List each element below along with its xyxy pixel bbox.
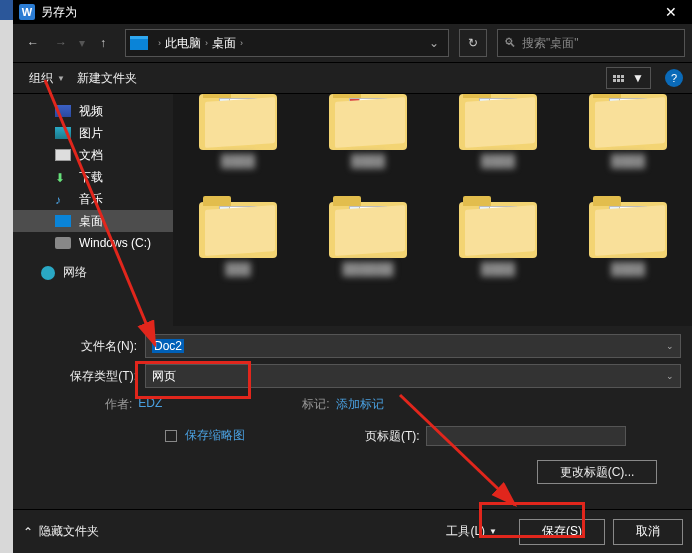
- folder-item[interactable]: ███: [183, 202, 293, 290]
- filetype-label: 保存类型(T):: [25, 368, 145, 385]
- address-bar[interactable]: › 此电脑 › 桌面 › ⌄: [125, 29, 449, 57]
- close-button[interactable]: ✕: [649, 0, 692, 24]
- network-icon: [41, 266, 55, 280]
- grid-view-icon: [613, 75, 624, 82]
- file-grid[interactable]: ████ ████ ████ ████ ███ ██████ ████ ████: [173, 94, 692, 326]
- search-icon: 🔍︎: [504, 36, 516, 50]
- sidebar: 视频 图片 文档 ⬇下载 ♪音乐 桌面 Windows (C:) 网络: [13, 94, 173, 326]
- search-placeholder: 搜索"桌面": [522, 35, 579, 52]
- chevron-right-icon: ›: [240, 38, 243, 48]
- help-button[interactable]: ?: [665, 69, 683, 87]
- save-as-dialog: W 另存为 ✕ ← → ▾ ↑ › 此电脑 › 桌面 › ⌄ ↻ 🔍︎ 搜索"桌…: [13, 0, 692, 553]
- chevron-right-icon: ›: [158, 38, 161, 48]
- page-title-input[interactable]: [426, 426, 626, 446]
- sidebar-item-downloads[interactable]: ⬇下载: [13, 166, 173, 188]
- video-icon: [55, 105, 71, 117]
- music-icon: ♪: [55, 193, 71, 205]
- dialog-title: 另存为: [41, 4, 77, 21]
- search-input[interactable]: 🔍︎ 搜索"桌面": [497, 29, 685, 57]
- chevron-down-icon: ▼: [489, 527, 497, 536]
- drive-icon: [55, 237, 71, 249]
- save-thumbnail-label: 保存缩略图: [185, 427, 245, 444]
- folder-item[interactable]: ████: [313, 94, 423, 182]
- downloads-icon: ⬇: [55, 171, 71, 183]
- sidebar-item-documents[interactable]: 文档: [13, 144, 173, 166]
- cancel-button[interactable]: 取消: [613, 519, 683, 545]
- chevron-up-icon: ⌃: [23, 525, 33, 539]
- hide-folders-button[interactable]: ⌃ 隐藏文件夹: [23, 523, 99, 540]
- chevron-down-icon[interactable]: ⌄: [666, 371, 674, 381]
- word-app-icon: W: [19, 4, 35, 20]
- filename-input[interactable]: Doc2 ⌄: [145, 334, 681, 358]
- desktop-icon: [55, 215, 71, 227]
- save-thumbnail-checkbox[interactable]: [165, 430, 177, 442]
- close-icon: ✕: [665, 4, 677, 20]
- folder-item[interactable]: ████: [443, 94, 553, 182]
- sidebar-item-desktop[interactable]: 桌面: [13, 210, 173, 232]
- sidebar-item-music[interactable]: ♪音乐: [13, 188, 173, 210]
- new-folder-button[interactable]: 新建文件夹: [71, 68, 143, 89]
- breadcrumb-seg-pc[interactable]: 此电脑: [165, 35, 201, 52]
- address-dropdown[interactable]: ⌄: [424, 36, 444, 50]
- nav-separator: ▾: [79, 36, 85, 50]
- refresh-icon: ↻: [468, 36, 478, 50]
- pc-icon: [130, 36, 148, 50]
- back-button[interactable]: ←: [21, 31, 45, 55]
- folder-item[interactable]: ████: [573, 202, 683, 290]
- save-button[interactable]: 保存(S): [519, 519, 605, 545]
- page-title-label: 页标题(T):: [365, 428, 420, 445]
- form-area: 文件名(N): Doc2 ⌄ 保存类型(T): 网页 ⌄ 作者: EDZ 标记:…: [13, 326, 692, 484]
- pictures-icon: [55, 127, 71, 139]
- folder-item[interactable]: ████: [183, 94, 293, 182]
- sidebar-item-network[interactable]: 网络: [13, 264, 173, 281]
- arrow-up-icon: ↑: [100, 36, 106, 50]
- filename-label: 文件名(N):: [25, 338, 145, 355]
- sidebar-item-video[interactable]: 视频: [13, 100, 173, 122]
- folder-item[interactable]: ████: [573, 94, 683, 182]
- folder-item[interactable]: ████: [443, 202, 553, 290]
- sidebar-item-pictures[interactable]: 图片: [13, 122, 173, 144]
- title-bar: W 另存为 ✕: [13, 0, 692, 24]
- change-title-button[interactable]: 更改标题(C)...: [537, 460, 657, 484]
- up-button[interactable]: ↑: [91, 31, 115, 55]
- view-options-button[interactable]: ▼: [606, 67, 651, 89]
- refresh-button[interactable]: ↻: [459, 29, 487, 57]
- chevron-down-icon: ▼: [632, 71, 644, 85]
- tags-field[interactable]: 标记: 添加标记: [302, 396, 383, 413]
- nav-bar: ← → ▾ ↑ › 此电脑 › 桌面 › ⌄ ↻ 🔍︎ 搜索"桌面": [13, 24, 692, 62]
- tools-button[interactable]: 工具(L) ▼: [446, 523, 497, 540]
- toolbar: 组织 ▼ 新建文件夹 ▼ ?: [13, 62, 692, 94]
- footer: ⌃ 隐藏文件夹 工具(L) ▼ 保存(S) 取消: [13, 509, 692, 553]
- filetype-select[interactable]: 网页 ⌄: [145, 364, 681, 388]
- sidebar-item-drive-c[interactable]: Windows (C:): [13, 232, 173, 254]
- chevron-down-icon: ▼: [57, 74, 65, 83]
- forward-button[interactable]: →: [49, 31, 73, 55]
- folder-item[interactable]: ██████: [313, 202, 423, 290]
- author-field[interactable]: 作者: EDZ: [105, 396, 162, 413]
- arrow-right-icon: →: [55, 36, 67, 50]
- documents-icon: [55, 149, 71, 161]
- chevron-down-icon[interactable]: ⌄: [666, 341, 674, 351]
- organize-button[interactable]: 组织 ▼: [23, 68, 71, 89]
- breadcrumb-seg-desktop[interactable]: 桌面: [212, 35, 236, 52]
- chevron-right-icon: ›: [205, 38, 208, 48]
- arrow-left-icon: ←: [27, 36, 39, 50]
